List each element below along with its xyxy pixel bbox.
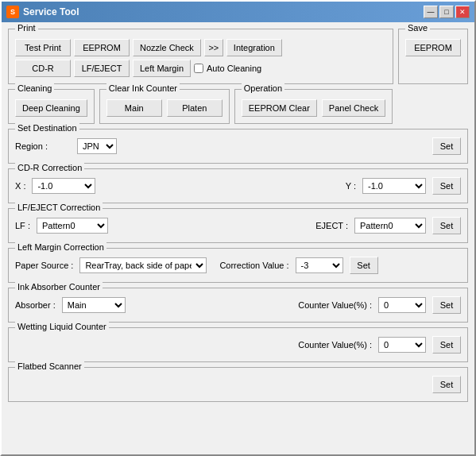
absorber-label: Absorber : — [15, 300, 56, 310]
paper-source-select[interactable]: RearTray, back side of paper FrontTray R… — [79, 257, 207, 273]
wetting-counter-label: Counter Value(%) : — [298, 340, 372, 350]
integration-button[interactable]: Integration — [226, 39, 282, 56]
x-select[interactable]: -1.0 -0.5 0 0.5 1.0 — [32, 178, 95, 194]
auto-cleaning-checkbox[interactable] — [194, 64, 203, 73]
left-margin-button[interactable]: Left Margin — [133, 60, 191, 77]
cdr-correction-section: CD-R Correction X : -1.0 -0.5 0 0.5 1.0 … — [8, 168, 468, 203]
arrow-button[interactable]: >> — [204, 39, 223, 56]
window-title: Service Tool — [23, 6, 79, 17]
set-flatbed-button[interactable]: Set — [432, 376, 461, 393]
set-destination-button[interactable]: Set — [432, 137, 461, 155]
test-print-button[interactable]: Test Print — [15, 39, 71, 56]
set-destination-section: Set Destination Region : JPN USA EUR AUS… — [8, 129, 468, 164]
clear-ink-group: Clear Ink Counter Main Platen — [99, 89, 230, 124]
print-group-label: Print — [15, 23, 38, 33]
cleaning-row: Cleaning Deep Cleaning Clear Ink Counter… — [8, 89, 468, 124]
absorber-select[interactable]: Main Sub — [62, 297, 126, 313]
save-group-label: Save — [405, 23, 430, 33]
operation-label: Operation — [242, 83, 284, 93]
set-destination-label: Set Destination — [15, 123, 79, 133]
eeprom-button[interactable]: EEPROM — [74, 39, 130, 56]
set-wetting-button[interactable]: Set — [432, 336, 461, 354]
region-label: Region : — [15, 141, 71, 151]
left-margin-correction-section: Left Margin Correction Paper Source : Re… — [8, 248, 468, 283]
flatbed-scanner-label: Flatbed Scanner — [15, 361, 84, 371]
save-group: Save EEPROM — [398, 29, 468, 84]
print-save-row: Print Test Print EEPROM Nozzle Check >> … — [8, 29, 468, 84]
panel-check-button[interactable]: Panel Check — [322, 99, 385, 117]
save-eeprom-button[interactable]: EEPROM — [405, 39, 461, 56]
x-label: X : — [15, 181, 25, 191]
wetting-counter-select[interactable]: 0 10 20 50 100 — [378, 337, 426, 353]
clear-ink-label: Clear Ink Counter — [106, 83, 180, 93]
y-select[interactable]: -1.0 -0.5 0 0.5 1.0 — [362, 178, 426, 194]
wetting-liquid-label: Wetting Liquid Counter — [15, 322, 109, 331]
platen-button[interactable]: Platen — [167, 99, 223, 117]
cleaning-label: Cleaning — [15, 83, 54, 93]
content-area: Print Test Print EEPROM Nozzle Check >> … — [2, 22, 474, 454]
cdr-correction-label: CD-R Correction — [15, 163, 84, 172]
correction-value-select[interactable]: -3 -2 -1 0 1 — [296, 257, 343, 273]
set-left-margin-button[interactable]: Set — [350, 257, 378, 274]
eject-select[interactable]: Pattern0 Pattern1 Pattern2 — [354, 218, 426, 234]
print-group: Print Test Print EEPROM Nozzle Check >> … — [8, 29, 393, 84]
flatbed-scanner-section: Flatbed Scanner Set — [8, 367, 468, 402]
paper-source-label: Paper Source : — [15, 261, 73, 270]
close-button[interactable]: ✕ — [455, 6, 470, 18]
lf-label: LF : — [15, 221, 30, 230]
ink-absorber-label: Ink Absorber Counter — [15, 282, 103, 292]
title-bar: S Service Tool — □ ✕ — [2, 2, 474, 22]
deep-cleaning-button[interactable]: Deep Cleaning — [15, 99, 87, 117]
nozzle-check-button[interactable]: Nozzle Check — [133, 39, 201, 56]
ink-counter-select[interactable]: 0 10 20 50 100 — [378, 297, 426, 313]
maximize-button[interactable]: □ — [439, 6, 454, 18]
eeprom-clear-button[interactable]: EEPROM Clear — [242, 99, 317, 117]
lf-eject-correction-label: LF/EJECT Correction — [15, 203, 103, 212]
set-ink-absorber-button[interactable]: Set — [432, 296, 461, 314]
cd-r-button[interactable]: CD-R — [15, 60, 71, 77]
cleaning-group: Cleaning Deep Cleaning — [8, 89, 95, 124]
y-label: Y : — [346, 181, 356, 191]
ink-counter-value-label: Counter Value(%) : — [298, 300, 372, 310]
eject-label: EJECT : — [315, 221, 348, 230]
print-row2: CD-R LF/EJECT Left Margin Auto Cleaning — [15, 60, 386, 77]
auto-cleaning-label: Auto Cleaning — [194, 64, 261, 73]
region-select[interactable]: JPN USA EUR AUS — [77, 138, 117, 154]
left-margin-correction-label: Left Margin Correction — [15, 242, 106, 252]
wetting-liquid-section: Wetting Liquid Counter Counter Value(%) … — [8, 327, 468, 362]
lf-select[interactable]: Pattern0 Pattern1 Pattern2 — [37, 218, 108, 234]
title-buttons: — □ ✕ — [424, 6, 470, 18]
lf-eject-correction-section: LF/EJECT Correction LF : Pattern0 Patter… — [8, 208, 468, 243]
main-window: S Service Tool — □ ✕ Print Test Print EE… — [0, 0, 476, 456]
set-lf-button[interactable]: Set — [432, 217, 461, 234]
app-icon: S — [6, 6, 19, 18]
ink-absorber-section: Ink Absorber Counter Absorber : Main Sub… — [8, 288, 468, 323]
lf-eject-button[interactable]: LF/EJECT — [74, 60, 130, 77]
set-cdr-button[interactable]: Set — [432, 177, 461, 195]
operation-group: Operation EEPROM Clear Panel Check — [234, 89, 393, 124]
print-row1: Test Print EEPROM Nozzle Check >> Integr… — [15, 39, 386, 56]
correction-value-label: Correction Value : — [219, 261, 288, 270]
minimize-button[interactable]: — — [424, 6, 438, 18]
main-button[interactable]: Main — [106, 99, 162, 117]
save-buttons: EEPROM — [405, 39, 461, 56]
title-bar-left: S Service Tool — [6, 6, 79, 18]
